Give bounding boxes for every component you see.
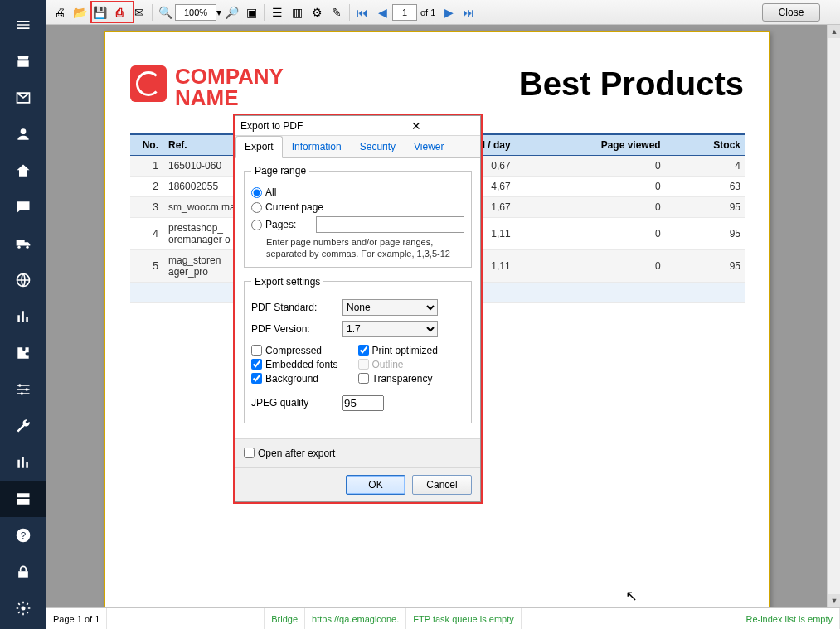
chk-compressed-label: Compressed (265, 345, 322, 356)
svg-point-2 (26, 246, 28, 249)
pdf-icon[interactable]: ⎙ (110, 3, 129, 22)
page-input[interactable] (392, 4, 417, 21)
zoom-out-icon[interactable]: 🔎 (222, 3, 240, 22)
sidebar-help-icon[interactable]: ? (0, 517, 46, 554)
sidebar-puzzle-icon[interactable] (0, 335, 46, 371)
vertical-scrollbar[interactable]: ▲ ▼ (827, 25, 840, 607)
thumbs-icon[interactable]: ▥ (288, 3, 306, 22)
tab-security[interactable]: Security (351, 136, 405, 157)
tab-information[interactable]: Information (283, 136, 351, 157)
status-ftp: FTP task queue is empty (406, 608, 521, 629)
chk-background-label: Background (265, 373, 318, 385)
sidebar-menu-icon[interactable] (0, 7, 46, 43)
sidebar-lock-icon[interactable] (0, 554, 46, 590)
tab-body-export: Page range All Current page Pages: Enter… (235, 157, 480, 438)
page-range-fieldset: Page range All Current page Pages: Enter… (244, 165, 472, 268)
svg-text:?: ? (21, 530, 27, 540)
radio-current-label: Current page (265, 201, 323, 213)
chk-transparency-label: Transparency (372, 373, 433, 385)
radio-all[interactable] (251, 187, 262, 198)
sidebar-chat-icon[interactable] (0, 189, 46, 225)
fullscreen-icon[interactable]: ▣ (242, 3, 260, 22)
status-bar: Page 1 of 1 Bridge https://qa.emagicone.… (46, 607, 840, 629)
sidebar-inbox-icon[interactable] (0, 80, 46, 116)
pdf-standard-label: PDF Standard: (251, 302, 342, 313)
find-icon[interactable]: 🔍 (156, 3, 174, 22)
cancel-button[interactable]: Cancel (412, 475, 472, 495)
scroll-up-icon[interactable]: ▲ (828, 25, 840, 38)
sidebar-chart-icon[interactable] (0, 298, 46, 335)
open-icon[interactable]: 📂 (70, 3, 89, 22)
chk-compressed[interactable] (251, 345, 262, 356)
chk-print[interactable] (358, 345, 369, 356)
edit-icon[interactable]: ✎ (328, 3, 346, 22)
pages-input[interactable] (316, 216, 464, 233)
first-page-icon[interactable]: ⏮ (353, 3, 371, 22)
company-line2: NAME (175, 87, 284, 109)
tab-viewer[interactable]: Viewer (405, 136, 453, 157)
zoom-input[interactable] (175, 4, 216, 21)
dialog-tabs: Export Information Security Viewer (235, 136, 480, 157)
jpeg-label: JPEG quality (251, 397, 342, 409)
page-of-label: of 1 (420, 7, 435, 17)
export-settings-legend: Export settings (251, 276, 323, 288)
sidebar-globe-icon[interactable] (0, 262, 46, 298)
radio-pages[interactable] (251, 220, 262, 230)
left-sidebar: ? (0, 0, 46, 629)
chk-transparency[interactable] (358, 373, 369, 384)
page-range-note: Enter page numbers and/or page ranges, s… (266, 236, 464, 260)
sidebar-user-icon[interactable] (0, 116, 46, 152)
chk-open-after[interactable] (244, 448, 255, 458)
next-page-icon[interactable]: ▶ (439, 3, 458, 22)
toolbar-close-button[interactable]: Close (762, 3, 820, 22)
chk-embedded[interactable] (251, 359, 262, 370)
ok-button[interactable]: OK (346, 475, 405, 495)
sidebar-drawer-icon[interactable] (0, 481, 46, 517)
page-setup-icon[interactable]: ⚙ (308, 3, 326, 22)
radio-pages-label: Pages: (265, 219, 296, 230)
pdf-version-select[interactable]: 1.7 (342, 321, 438, 337)
svg-point-10 (22, 607, 26, 611)
save-icon[interactable]: 💾 (90, 3, 109, 22)
close-icon[interactable]: ✕ (358, 119, 476, 133)
col-stock: Stock (666, 134, 745, 156)
prev-page-icon[interactable]: ◀ (373, 3, 391, 22)
company-line1: COMPANY (175, 65, 284, 87)
col-no: No. (130, 134, 163, 156)
svg-point-4 (18, 384, 21, 386)
open-after-label: Open after export (258, 448, 335, 459)
export-dialog-frame: Export to PDF ✕ Export Information Secur… (233, 114, 483, 504)
sidebar-home-icon[interactable] (0, 152, 46, 189)
jpeg-input[interactable] (342, 395, 384, 411)
svg-rect-9 (18, 571, 28, 578)
svg-point-0 (21, 128, 27, 134)
svg-point-6 (21, 392, 23, 394)
sidebar-store-icon[interactable] (0, 43, 46, 80)
chk-embedded-label: Embedded fonts (265, 359, 337, 370)
status-page: Page 1 of 1 (46, 608, 107, 629)
email-icon[interactable]: ✉ (130, 3, 148, 22)
print-icon[interactable]: 🖨 (51, 3, 69, 22)
export-settings-fieldset: Export settings PDF Standard:None PDF Ve… (244, 276, 472, 423)
last-page-icon[interactable]: ⏭ (459, 3, 478, 22)
tab-export[interactable]: Export (235, 136, 283, 158)
sidebar-wrench-icon[interactable] (0, 408, 46, 444)
scroll-down-icon[interactable]: ▼ (828, 594, 840, 607)
pdf-version-label: PDF Version: (251, 323, 342, 335)
sidebar-gear-icon[interactable] (0, 590, 46, 627)
sidebar-sliders-icon[interactable] (0, 371, 46, 408)
sidebar-chart2-icon[interactable] (0, 444, 46, 481)
company-logo (130, 65, 167, 102)
sidebar-truck-icon[interactable] (0, 225, 46, 262)
radio-current[interactable] (251, 202, 262, 213)
pdf-standard-select[interactable]: None (342, 299, 438, 316)
col-pv: Page viewed (516, 134, 666, 156)
dialog-title: Export to PDF (240, 120, 358, 132)
status-bridge: Bridge (265, 608, 305, 629)
chk-background[interactable] (251, 373, 262, 384)
dialog-titlebar[interactable]: Export to PDF ✕ (235, 116, 480, 136)
chk-outline-label: Outline (372, 359, 404, 370)
report-toolbar: 🖨 📂 💾 ⎙ ✉ 🔍 ▾ 🔎 ▣ ☰ ▥ ⚙ ✎ ⏮ ◀ of 1 ▶ ⏭ C… (46, 0, 840, 25)
status-url: https://qa.emagicone. (305, 608, 406, 629)
outline-icon[interactable]: ☰ (268, 3, 286, 22)
